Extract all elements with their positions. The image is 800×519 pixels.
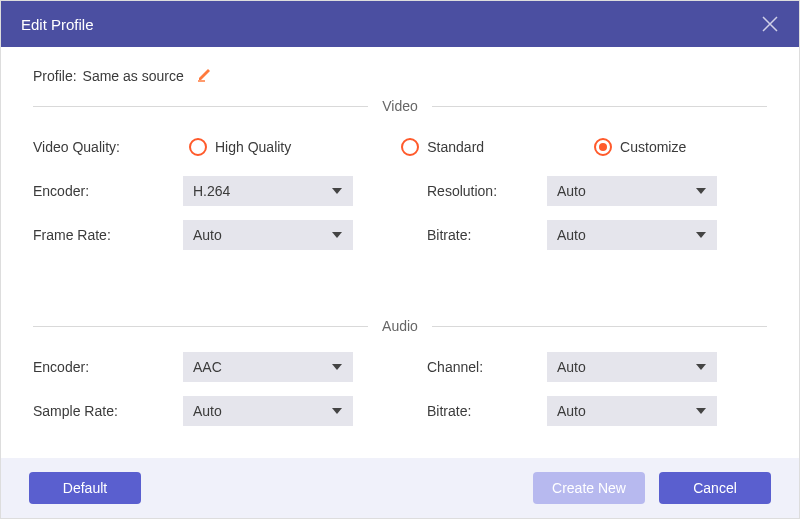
profile-value: Same as source bbox=[83, 68, 184, 84]
footer: Default Create New Cancel bbox=[1, 458, 799, 518]
video-section-label: Video bbox=[368, 98, 432, 114]
chevron-down-icon bbox=[331, 361, 343, 373]
radio-high-quality[interactable]: High Quality bbox=[189, 138, 291, 156]
video-bitrate-col: Bitrate: Auto bbox=[427, 220, 717, 250]
chevron-down-icon bbox=[695, 185, 707, 197]
audio-bitrate-label: Bitrate: bbox=[427, 403, 547, 419]
video-resolution-label: Resolution: bbox=[427, 183, 547, 199]
audio-channel-value: Auto bbox=[557, 359, 586, 375]
video-section-header: Video bbox=[33, 98, 767, 114]
radio-high-label: High Quality bbox=[215, 139, 291, 155]
divider bbox=[432, 106, 767, 107]
divider bbox=[33, 106, 368, 107]
audio-samplerate-label: Sample Rate: bbox=[33, 403, 183, 419]
video-resolution-value: Auto bbox=[557, 183, 586, 199]
dialog-window: Edit Profile Profile: Same as source Vid… bbox=[0, 0, 800, 519]
audio-bitrate-select[interactable]: Auto bbox=[547, 396, 717, 426]
close-icon[interactable] bbox=[761, 15, 779, 33]
radio-icon bbox=[401, 138, 419, 156]
video-framerate-label: Frame Rate: bbox=[33, 227, 183, 243]
audio-encoder-value: AAC bbox=[193, 359, 222, 375]
audio-bitrate-col: Bitrate: Auto bbox=[427, 396, 717, 426]
divider bbox=[33, 326, 368, 327]
create-new-button-label: Create New bbox=[552, 480, 626, 496]
profile-label: Profile: bbox=[33, 68, 77, 84]
divider bbox=[432, 326, 767, 327]
video-quality-row: Video Quality: High Quality Standard Cus… bbox=[33, 132, 767, 162]
audio-encoder-col: Encoder: AAC bbox=[33, 352, 427, 382]
video-framerate-select[interactable]: Auto bbox=[183, 220, 353, 250]
video-row-2: Frame Rate: Auto Bitrate: Auto bbox=[33, 220, 767, 250]
video-bitrate-value: Auto bbox=[557, 227, 586, 243]
chevron-down-icon bbox=[695, 361, 707, 373]
radio-standard-label: Standard bbox=[427, 139, 484, 155]
create-new-button[interactable]: Create New bbox=[533, 472, 645, 504]
default-button[interactable]: Default bbox=[29, 472, 141, 504]
video-encoder-label: Encoder: bbox=[33, 183, 183, 199]
audio-row-2: Sample Rate: Auto Bitrate: Auto bbox=[33, 396, 767, 426]
chevron-down-icon bbox=[331, 229, 343, 241]
video-framerate-value: Auto bbox=[193, 227, 222, 243]
audio-channel-col: Channel: Auto bbox=[427, 352, 717, 382]
titlebar-title: Edit Profile bbox=[21, 16, 94, 33]
audio-encoder-label: Encoder: bbox=[33, 359, 183, 375]
audio-channel-select[interactable]: Auto bbox=[547, 352, 717, 382]
video-quality-label: Video Quality: bbox=[33, 139, 183, 155]
video-resolution-select[interactable]: Auto bbox=[547, 176, 717, 206]
radio-icon bbox=[189, 138, 207, 156]
video-framerate-col: Frame Rate: Auto bbox=[33, 220, 427, 250]
audio-section-label: Audio bbox=[368, 318, 432, 334]
chevron-down-icon bbox=[331, 405, 343, 417]
default-button-label: Default bbox=[63, 480, 107, 496]
audio-encoder-select[interactable]: AAC bbox=[183, 352, 353, 382]
chevron-down-icon bbox=[695, 405, 707, 417]
video-resolution-col: Resolution: Auto bbox=[427, 176, 717, 206]
titlebar: Edit Profile bbox=[1, 1, 799, 47]
radio-icon bbox=[594, 138, 612, 156]
cancel-button-label: Cancel bbox=[693, 480, 737, 496]
audio-channel-label: Channel: bbox=[427, 359, 547, 375]
audio-samplerate-value: Auto bbox=[193, 403, 222, 419]
chevron-down-icon bbox=[331, 185, 343, 197]
audio-section-header: Audio bbox=[33, 318, 767, 334]
content-area: Profile: Same as source Video Video Qual… bbox=[1, 47, 799, 458]
video-encoder-select[interactable]: H.264 bbox=[183, 176, 353, 206]
video-bitrate-select[interactable]: Auto bbox=[547, 220, 717, 250]
video-bitrate-label: Bitrate: bbox=[427, 227, 547, 243]
video-row-1: Encoder: H.264 Resolution: Auto bbox=[33, 176, 767, 206]
radio-customize-label: Customize bbox=[620, 139, 686, 155]
radio-customize[interactable]: Customize bbox=[594, 138, 686, 156]
spacer bbox=[33, 264, 767, 312]
chevron-down-icon bbox=[695, 229, 707, 241]
audio-samplerate-select[interactable]: Auto bbox=[183, 396, 353, 426]
audio-row-1: Encoder: AAC Channel: Auto bbox=[33, 352, 767, 382]
radio-standard[interactable]: Standard bbox=[401, 138, 484, 156]
audio-samplerate-col: Sample Rate: Auto bbox=[33, 396, 427, 426]
pencil-icon[interactable] bbox=[196, 65, 214, 86]
video-encoder-value: H.264 bbox=[193, 183, 230, 199]
video-quality-radios: High Quality Standard Customize bbox=[183, 138, 686, 156]
audio-bitrate-value: Auto bbox=[557, 403, 586, 419]
video-encoder-col: Encoder: H.264 bbox=[33, 176, 427, 206]
cancel-button[interactable]: Cancel bbox=[659, 472, 771, 504]
profile-row: Profile: Same as source bbox=[33, 65, 767, 86]
